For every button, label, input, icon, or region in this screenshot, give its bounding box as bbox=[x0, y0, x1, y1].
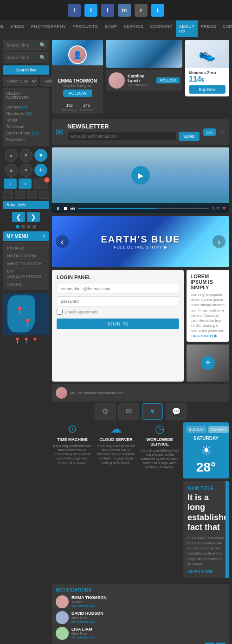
nav-home[interactable]: HOME bbox=[0, 20, 7, 37]
category-notebook[interactable]: Notebook (16) bbox=[6, 110, 46, 117]
feature-worldwide-text: It is a long established fact that a rea… bbox=[139, 448, 180, 469]
weather-days: SUNDAY MONDAY bbox=[187, 426, 226, 433]
hero-arrow-left[interactable]: ‹ bbox=[56, 235, 69, 248]
menu-whattowatch[interactable]: WHAT TO WATCH bbox=[7, 260, 45, 268]
map-pin-2: 📍 bbox=[24, 319, 32, 326]
video-heart-icon[interactable]: ♥ bbox=[222, 205, 226, 211]
right-top: 👟 Minimus Zero 114$ Buy Now bbox=[185, 40, 229, 116]
nav-service[interactable]: SERVICE bbox=[120, 20, 147, 37]
nav-about[interactable]: ABOUT US bbox=[176, 20, 198, 37]
chev-right[interactable]: ❯ bbox=[27, 212, 40, 222]
facebook-button[interactable]: f bbox=[68, 4, 81, 17]
weather-monday[interactable]: MONDAY bbox=[208, 426, 229, 433]
arrow-row: ‹ › ✉ 2 bbox=[3, 179, 49, 189]
plus-button[interactable]: + bbox=[34, 164, 47, 177]
chat-icon[interactable]: 💬 bbox=[166, 403, 187, 420]
size-row: Select Size Select Size bbox=[3, 77, 49, 86]
category-projection[interactable]: Projection bbox=[6, 136, 46, 143]
menu-notification[interactable]: NOTIFICATION bbox=[7, 252, 45, 260]
login-email-input[interactable] bbox=[57, 284, 179, 294]
facebook2-button[interactable]: f bbox=[101, 4, 114, 17]
nav-company[interactable]: COMPANY bbox=[147, 20, 175, 37]
category-smartphone[interactable]: Smart Phone (21) bbox=[6, 130, 46, 136]
progress-fill bbox=[78, 208, 157, 209]
notification-button[interactable]: ✉ 2 bbox=[33, 179, 48, 189]
twitter2-button[interactable]: t bbox=[151, 4, 164, 17]
icon-box-3[interactable]: ▥ bbox=[27, 191, 37, 199]
newsletter-icon: ✉ bbox=[56, 127, 64, 138]
agreement-checkbox[interactable] bbox=[57, 309, 63, 315]
mail-icon[interactable]: ✉ bbox=[118, 403, 139, 420]
follow-button[interactable]: FOLLOW bbox=[63, 89, 92, 97]
size-select-1[interactable]: Select Size bbox=[3, 77, 38, 86]
newsletter-close-icon[interactable]: ✕ bbox=[219, 128, 226, 136]
newsletter-send-button[interactable]: SEND bbox=[179, 132, 200, 141]
menu-profile[interactable]: PROFILE bbox=[7, 244, 45, 252]
newsletter-input[interactable] bbox=[67, 132, 177, 141]
right-arrow[interactable]: › bbox=[19, 179, 32, 189]
weather-current-day: SATURDAY bbox=[187, 436, 226, 441]
rss-button[interactable]: r bbox=[135, 4, 148, 17]
next-button[interactable]: ⏭ bbox=[71, 206, 75, 211]
profile-stats: 332 following 145 follower bbox=[52, 101, 103, 114]
glacier-image bbox=[106, 40, 182, 68]
weather-temperature: 28° bbox=[187, 460, 226, 475]
pause-button[interactable]: ⏸ bbox=[56, 206, 60, 211]
map-area: 📍 📍 bbox=[3, 293, 49, 335]
icon-box-1[interactable]: ▣ bbox=[3, 191, 13, 199]
nav-shop[interactable]: SHOP bbox=[101, 20, 121, 37]
notifications-panel: NOTIFICATIONS EMMA THOMSON Twitter few m… bbox=[52, 584, 229, 644]
caroline-follow-button[interactable]: FOLLOW bbox=[156, 77, 180, 83]
notif-role-lisa: New Post bbox=[71, 631, 226, 636]
full-story-link[interactable]: FULL STORY ▶ bbox=[190, 334, 226, 338]
up-button[interactable]: ▲ bbox=[5, 149, 18, 162]
category-camera[interactable]: Camera (9) bbox=[6, 104, 46, 110]
nav-career[interactable]: CAREER bbox=[219, 20, 232, 37]
hero-arrow-right[interactable]: › bbox=[213, 235, 226, 248]
buy-button[interactable]: Buy Now bbox=[189, 85, 226, 94]
learn-more-link[interactable]: LEARN MORE bbox=[187, 569, 225, 574]
left-arrow[interactable]: ‹ bbox=[4, 179, 17, 189]
linkedin-button[interactable]: in bbox=[118, 4, 131, 17]
top-row: 👤 EMMA THOMSON Graphic Designer FOLLOW 3… bbox=[52, 40, 229, 116]
nav-press[interactable]: PRESS bbox=[198, 20, 219, 37]
nav-photography[interactable]: PHOTOGRAPHY bbox=[28, 20, 69, 37]
notif-avatar-lisa bbox=[56, 627, 69, 640]
search-button[interactable]: Search line bbox=[3, 65, 49, 75]
search-input-1[interactable] bbox=[6, 43, 39, 48]
icon-box-2[interactable]: ▤ bbox=[15, 191, 25, 199]
settings-icon[interactable]: ⚙ bbox=[95, 403, 116, 420]
hero-subtitle: FULL DETAIL STORY ▶ bbox=[101, 245, 180, 249]
video-background: ▶ bbox=[52, 147, 229, 203]
nav-products[interactable]: PRODUCTS bbox=[69, 20, 101, 37]
up2-button[interactable]: ▲ bbox=[5, 164, 18, 177]
chev-left[interactable]: ❮ bbox=[12, 212, 25, 222]
heart-button[interactable]: ♥ bbox=[34, 149, 47, 162]
dot-3 bbox=[27, 225, 31, 229]
signin-button[interactable]: SIGN IN bbox=[57, 319, 179, 329]
stop-button[interactable]: ⏹ bbox=[63, 206, 68, 211]
shoe-card: 👟 Minimus Zero 114$ Buy Now bbox=[185, 40, 229, 96]
newsletter-content: NEWSLETTER SEND bbox=[67, 123, 200, 141]
notification-badge: 2 bbox=[44, 177, 50, 183]
twitter-button[interactable]: t bbox=[84, 4, 97, 17]
icon-box-4[interactable]: ✉ bbox=[39, 191, 49, 199]
category-television[interactable]: Television bbox=[6, 123, 46, 130]
down2-button[interactable]: ▼ bbox=[19, 164, 32, 177]
menu-subscriptions[interactable]: MY SUBSCRIPTIONS bbox=[7, 268, 45, 281]
down-button[interactable]: ▼ bbox=[19, 149, 32, 162]
progress-bar[interactable] bbox=[78, 208, 209, 209]
control-row-1: ▲ ▼ ♥ bbox=[3, 149, 49, 162]
weather-sunday[interactable]: SUNDAY bbox=[187, 426, 206, 433]
cloud-server-icon: ☁ bbox=[96, 422, 136, 435]
feature-worldwide-title: WORLDWIDE SERVICE bbox=[139, 437, 180, 446]
search-input-2[interactable] bbox=[6, 55, 39, 60]
bike-plus-button[interactable]: + bbox=[201, 356, 215, 370]
category-tablet[interactable]: Tablet bbox=[6, 117, 46, 123]
play-button[interactable]: ▶ bbox=[131, 166, 150, 185]
heart-icon[interactable]: ♥ bbox=[142, 403, 163, 420]
nav-video[interactable]: VIDEO bbox=[7, 20, 28, 37]
rate-bar: Rate: 30% bbox=[3, 201, 49, 209]
menu-social[interactable]: SOCIAL bbox=[7, 281, 45, 288]
login-password-input[interactable] bbox=[57, 296, 179, 306]
